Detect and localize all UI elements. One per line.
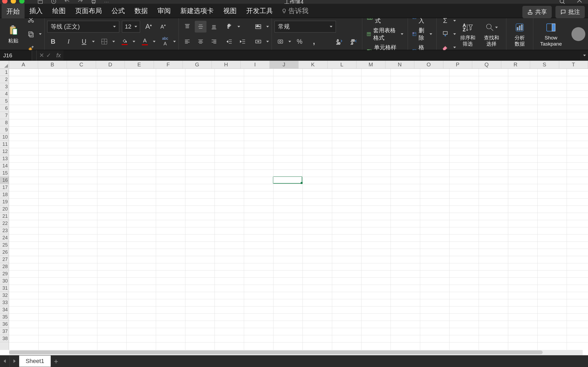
row-header[interactable]: 27 [0,256,9,263]
row-header[interactable]: 1 [0,69,9,76]
increase-indent-button[interactable] [237,36,249,47]
column-header[interactable]: D [96,61,125,68]
row-header[interactable]: 36 [0,321,9,328]
align-middle-button[interactable] [195,21,206,33]
column-header[interactable]: G [183,61,212,68]
analyze-data-button[interactable]: 分析 数据 [509,21,530,47]
column-header[interactable]: H [212,61,241,68]
row-header[interactable]: 14 [0,162,9,170]
row-header[interactable]: 25 [0,241,9,249]
comma-style-button[interactable]: , [308,36,320,47]
row-header[interactable]: 23 [0,227,9,234]
column-header[interactable]: F [154,61,183,68]
delete-cells-button[interactable]: 删除 [411,26,434,42]
select-all-corner[interactable] [0,61,9,69]
column-header[interactable]: L [328,61,357,68]
sheet-nav-prev[interactable] [0,355,10,367]
row-header[interactable]: 30 [0,277,9,285]
fill-color-button[interactable] [119,36,130,47]
column-header[interactable]: T [559,61,588,68]
orientation-button[interactable]: ab [224,21,235,33]
copy-dropdown-icon[interactable] [39,33,42,35]
column-header[interactable]: O [414,61,443,68]
row-header[interactable]: 18 [0,191,9,198]
tab-newtab[interactable]: 新建选项卡 [176,4,218,18]
align-right-button[interactable] [208,36,220,47]
increase-decimal-button[interactable]: .0.00 [333,36,345,47]
accept-formula-icon[interactable]: ✓ [46,52,51,59]
chevron-down-icon[interactable] [133,41,135,42]
row-header[interactable]: 15 [0,170,9,177]
align-center-button[interactable] [195,36,206,47]
column-header[interactable]: I [241,61,270,68]
column-header[interactable]: Q [472,61,501,68]
decrease-font-button[interactable]: A▾ [157,21,169,33]
selected-cell[interactable] [273,176,302,184]
tab-developer[interactable]: 开发工具 [241,4,278,18]
merge-button[interactable] [252,36,264,47]
row-header[interactable]: 29 [0,270,9,277]
chevron-down-icon[interactable] [453,20,456,22]
row-header[interactable]: 28 [0,263,9,270]
chevron-down-icon[interactable] [153,41,156,42]
fill-button[interactable] [439,28,451,40]
formula-expand-icon[interactable] [580,55,588,56]
row-header[interactable]: 34 [0,306,9,313]
horizontal-scrollbar[interactable] [9,350,583,355]
row-header[interactable]: 35 [0,313,9,321]
font-name-select[interactable]: 等线 (正文) [47,21,119,33]
percent-button[interactable]: % [294,36,305,47]
show-taskpane-button[interactable]: Show Taskpane [536,21,566,47]
decrease-decimal-button[interactable]: .00.0 [348,36,359,47]
tab-data[interactable]: 数据 [130,4,153,18]
chevron-down-icon[interactable] [453,47,456,48]
row-header[interactable]: 26 [0,249,9,256]
row-header[interactable]: 32 [0,292,9,299]
tab-formulas[interactable]: 公式 [107,4,130,18]
column-header[interactable]: E [125,61,154,68]
row-header[interactable]: 19 [0,198,9,205]
column-header[interactable]: R [501,61,530,68]
column-header[interactable]: N [386,61,415,68]
fx-label[interactable]: fx [54,52,63,59]
cancel-formula-icon[interactable]: ✕ [39,52,44,59]
bold-button[interactable]: B [47,36,59,47]
align-left-button[interactable] [181,36,193,47]
sort-filter-button[interactable]: AZ 排序和 筛选 [456,21,480,47]
column-header[interactable]: J [270,61,299,68]
column-header[interactable]: B [38,61,67,68]
align-top-button[interactable] [181,21,193,33]
increase-font-button[interactable]: A▴ [143,21,154,33]
tab-pagelayout[interactable]: 页面布局 [70,4,107,18]
row-header[interactable]: 7 [0,112,9,119]
column-header[interactable]: K [299,61,328,68]
row-header[interactable]: 16 [0,177,9,184]
chevron-down-icon[interactable] [266,26,269,27]
user-avatar[interactable] [571,27,585,41]
phonetic-button[interactable]: abcA [159,36,171,47]
share-button[interactable]: 共享 [522,6,552,18]
align-bottom-button[interactable] [208,21,220,33]
row-header[interactable]: 12 [0,148,9,155]
chevron-down-icon[interactable] [453,33,456,35]
copy-button[interactable] [25,28,37,40]
namebox-stepper[interactable] [32,50,37,61]
scrollbar-thumb[interactable] [9,350,543,354]
column-header[interactable]: A [9,61,38,68]
row-header[interactable]: 20 [0,205,9,213]
row-header[interactable]: 24 [0,234,9,241]
row-header[interactable]: 31 [0,285,9,292]
row-header[interactable]: 17 [0,184,9,191]
cells-area[interactable] [9,69,588,350]
table-style-button[interactable]: 套用表格格式 [365,26,405,42]
number-format-select[interactable]: 常规 [275,21,336,33]
tab-review[interactable]: 审阅 [153,4,176,18]
decrease-indent-button[interactable] [224,36,235,47]
row-header[interactable]: 22 [0,220,9,227]
paste-button[interactable]: 粘贴 [3,24,24,44]
comments-button[interactable]: 批注 [555,6,585,18]
row-header[interactable]: 37 [0,328,9,335]
tab-home[interactable]: 开始 [2,3,25,18]
column-header[interactable]: C [67,61,96,68]
chevron-down-icon[interactable] [173,41,176,42]
